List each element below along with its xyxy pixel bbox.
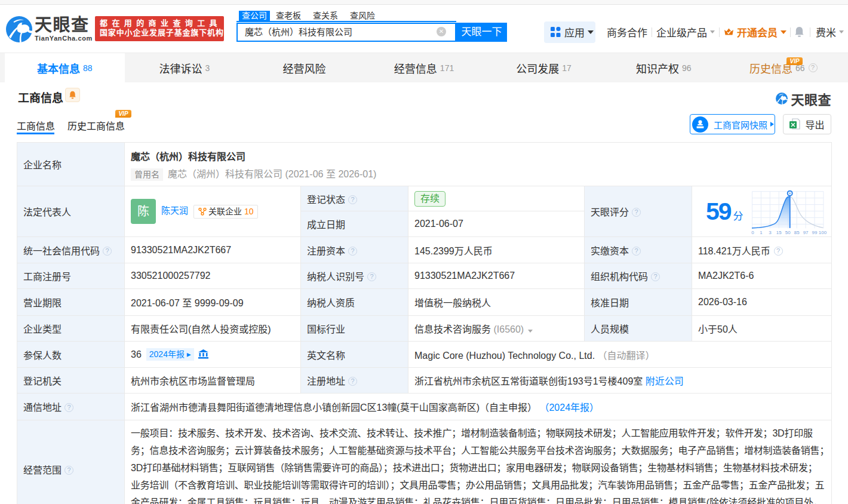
svg-text:99: 99 (812, 230, 817, 235)
svg-text:15: 15 (776, 230, 781, 235)
svg-text:1: 1 (760, 230, 763, 235)
svg-text:85: 85 (794, 230, 799, 235)
svg-text:50: 50 (785, 230, 790, 235)
svg-text:100: 100 (818, 230, 827, 235)
svg-text:0: 0 (751, 230, 754, 235)
svg-text:3: 3 (769, 230, 772, 235)
svg-text:97: 97 (803, 230, 808, 235)
